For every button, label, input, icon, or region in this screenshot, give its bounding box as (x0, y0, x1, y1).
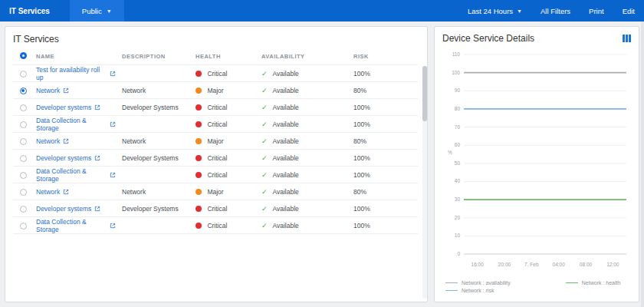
svg-text:20:00: 20:00 (498, 262, 511, 267)
row-radio[interactable] (20, 155, 27, 162)
visibility-dropdown[interactable]: Public ▼ (70, 0, 124, 21)
service-name: Data Collection & Storage (36, 167, 107, 183)
health-status-icon (196, 121, 202, 127)
health-status-icon (196, 138, 202, 144)
print-button[interactable]: Print (580, 0, 613, 21)
availability-label: Available (272, 188, 298, 196)
external-link-icon (110, 223, 116, 229)
health-status-icon (196, 71, 202, 77)
table-row[interactable]: Network Network Major ✓ Available 80% (13, 133, 418, 150)
service-description: Network (119, 82, 192, 99)
svg-text:70: 70 (455, 124, 461, 130)
service-link[interactable]: Test for availability roll up (36, 66, 116, 81)
service-link[interactable]: Data Collection & Storage (36, 218, 116, 233)
table-row[interactable]: Data Collection & Storage Critical ✓ Ava… (13, 167, 418, 183)
service-link[interactable]: Developer systems (36, 104, 100, 111)
row-radio[interactable] (20, 121, 27, 128)
row-radio[interactable] (20, 189, 27, 196)
service-description (119, 65, 192, 82)
external-link-icon (110, 121, 116, 127)
service-description: Developer Systems (119, 200, 192, 217)
table-row[interactable]: Developer systems Developer Systems Crit… (13, 200, 418, 217)
row-radio[interactable] (20, 87, 27, 94)
table-scrollbar[interactable] (422, 66, 427, 299)
check-icon: ✓ (261, 137, 268, 145)
legend-swatch (566, 282, 578, 283)
time-range-dropdown[interactable]: Last 24 Hours ▼ (458, 0, 531, 21)
service-description (119, 116, 192, 133)
svg-text:50: 50 (455, 160, 461, 166)
health-status-icon (196, 189, 202, 195)
page-scrollbar[interactable] (641, 21, 644, 307)
svg-text:60: 60 (455, 142, 461, 147)
availability-label: Available (272, 137, 298, 145)
chevron-down-icon: ▼ (517, 8, 522, 14)
table-row[interactable]: Data Collection & Storage Critical ✓ Ava… (13, 217, 418, 234)
health-label: Critical (207, 205, 227, 213)
all-filters-button[interactable]: All Filters (531, 0, 580, 21)
table-row[interactable]: Test for availability roll up Critical ✓… (13, 65, 418, 82)
legend-item[interactable]: Network : risk (445, 288, 511, 293)
check-icon: ✓ (261, 120, 268, 128)
row-radio[interactable] (20, 172, 27, 179)
service-name: Test for availability roll up (36, 66, 107, 81)
device-service-chart: 010203040506070809010011016:0020:007. Fe… (442, 47, 631, 279)
time-range-label: Last 24 Hours (468, 7, 513, 15)
health-label: Critical (207, 104, 227, 111)
risk-value: 100% (350, 65, 418, 82)
external-link-icon (94, 155, 100, 161)
legend-item[interactable]: Network : availability (445, 280, 511, 286)
grid-icon[interactable] (623, 35, 631, 42)
availability-label: Available (272, 87, 298, 94)
row-radio[interactable] (20, 71, 27, 78)
external-link-icon (63, 138, 69, 144)
table-row[interactable]: Developer systems Developer Systems Crit… (13, 99, 418, 116)
external-link-icon (94, 206, 100, 212)
table-row[interactable]: Developer systems Developer Systems Crit… (13, 150, 418, 167)
external-link-icon (110, 172, 116, 178)
table-row[interactable]: Network Network Major ✓ Available 80% (13, 82, 418, 99)
svg-text:30: 30 (455, 196, 461, 202)
external-link-icon (63, 189, 69, 195)
chevron-down-icon: ▼ (107, 8, 112, 14)
select-all-icon[interactable] (20, 52, 27, 59)
service-link[interactable]: Developer systems (36, 205, 100, 213)
legend-label: Network : health (582, 280, 621, 286)
table-scrollbar-thumb[interactable] (422, 66, 427, 121)
svg-text:7. Feb: 7. Feb (524, 262, 539, 267)
column-header-availability[interactable]: Availability (258, 48, 350, 65)
column-header-risk[interactable]: Risk (350, 48, 418, 65)
row-radio[interactable] (20, 206, 27, 213)
availability-label: Available (272, 70, 298, 78)
table-row[interactable]: Network Network Major ✓ Available 80% (13, 183, 418, 200)
svg-text:12:00: 12:00 (606, 262, 619, 267)
row-radio[interactable] (20, 104, 27, 111)
service-name: Developer systems (36, 205, 91, 213)
row-radio[interactable] (20, 223, 27, 229)
service-link[interactable]: Network (36, 137, 69, 145)
service-name: Network (36, 137, 60, 145)
service-link[interactable]: Data Collection & Storage (36, 167, 116, 183)
svg-text:08:00: 08:00 (580, 262, 593, 267)
service-link[interactable]: Network (36, 87, 69, 94)
health-label: Critical (207, 171, 227, 179)
service-description: Network (119, 183, 192, 200)
legend-swatch (445, 282, 458, 283)
service-name: Data Collection & Storage (36, 218, 107, 233)
column-header-name[interactable]: Name (33, 48, 119, 65)
check-icon: ✓ (261, 222, 268, 229)
risk-value: 80% (350, 82, 418, 99)
risk-value: 80% (350, 133, 418, 150)
service-link[interactable]: Network (36, 188, 69, 196)
column-header-description[interactable]: Description (119, 48, 192, 65)
table-row[interactable]: Data Collection & Storage Critical ✓ Ava… (13, 116, 418, 133)
row-radio[interactable] (20, 138, 27, 145)
edit-button[interactable]: Edit (613, 0, 644, 21)
legend-item[interactable]: Network : health (566, 280, 621, 286)
service-link[interactable]: Data Collection & Storage (36, 117, 116, 132)
svg-text:10: 10 (455, 233, 461, 238)
availability-label: Available (272, 154, 298, 162)
service-link[interactable]: Developer systems (36, 154, 100, 162)
column-header-health[interactable]: Health (192, 48, 258, 65)
visibility-label: Public (82, 7, 102, 15)
